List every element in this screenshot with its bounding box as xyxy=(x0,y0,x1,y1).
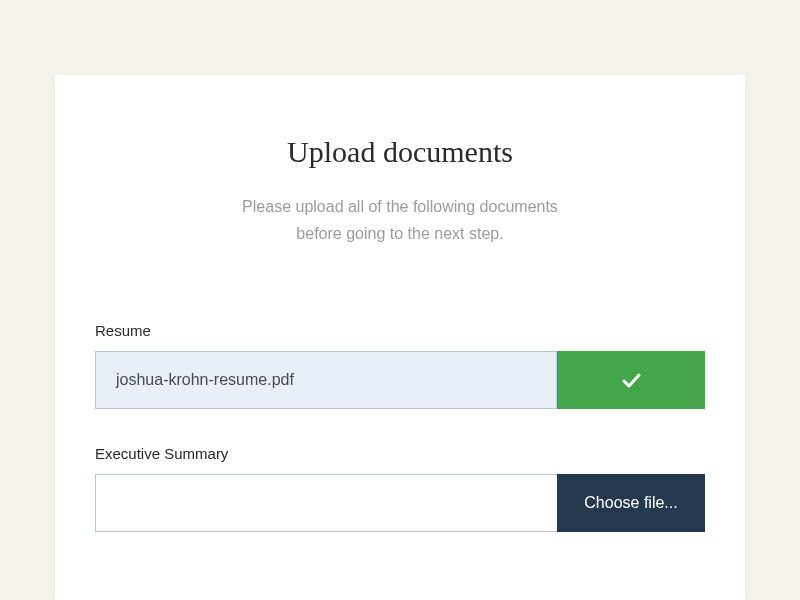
resume-label: Resume xyxy=(95,322,705,339)
choose-file-button[interactable]: Choose file... xyxy=(557,474,705,532)
resume-success-button[interactable] xyxy=(557,351,705,409)
resume-field: Resume joshua-krohn-resume.pdf xyxy=(95,322,705,409)
resume-file-input[interactable]: joshua-krohn-resume.pdf xyxy=(95,351,557,409)
executive-summary-file-row: Choose file... xyxy=(95,474,705,532)
subtitle-line-2: before going to the next step. xyxy=(296,225,503,242)
subtitle-line-1: Please upload all of the following docum… xyxy=(242,198,558,215)
resume-file-row: joshua-krohn-resume.pdf xyxy=(95,351,705,409)
page-title: Upload documents xyxy=(95,135,705,169)
check-icon xyxy=(619,368,643,392)
upload-card: Upload documents Please upload all of th… xyxy=(55,75,745,600)
executive-summary-field: Executive Summary Choose file... xyxy=(95,445,705,532)
executive-summary-file-input[interactable] xyxy=(95,474,557,532)
resume-filename: joshua-krohn-resume.pdf xyxy=(116,371,294,389)
page-subtitle: Please upload all of the following docum… xyxy=(95,193,705,247)
executive-summary-label: Executive Summary xyxy=(95,445,705,462)
